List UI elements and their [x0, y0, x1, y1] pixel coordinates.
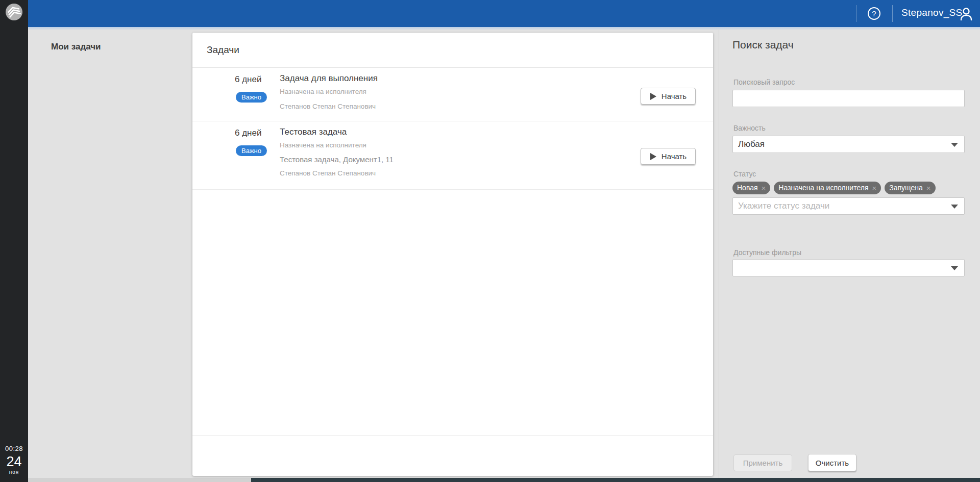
task-status: Назначена на исполнителя [280, 88, 366, 95]
chip-remove-icon[interactable]: × [926, 182, 931, 194]
user-icon[interactable] [960, 7, 973, 21]
filters-select[interactable] [732, 259, 965, 276]
task-title[interactable]: Задача для выполнения [280, 73, 378, 84]
status-chip-label: Запущена [889, 182, 923, 194]
task-status: Назначена на исполнителя [280, 141, 366, 149]
query-label: Поисковый запрос [733, 78, 795, 86]
status-chip-label: Новая [737, 182, 758, 194]
play-icon [650, 93, 656, 100]
importance-badge: Важно [236, 145, 267, 156]
panel-divider [719, 30, 719, 478]
horizontal-scrollbar-thumb[interactable] [28, 478, 251, 482]
sidebar-item-my-tasks[interactable]: Мои задачи [51, 42, 101, 52]
chevron-down-icon[interactable] [951, 266, 958, 270]
status-chip[interactable]: Назначена на исполнителя × [774, 182, 881, 194]
start-button-label: Начать [662, 152, 687, 161]
app-rail: 00:28 24 ноя [0, 0, 28, 482]
app-logo-icon[interactable] [5, 3, 23, 21]
rail-clock: 00:28 24 ноя [0, 445, 28, 475]
status-chip[interactable]: Запущена × [885, 182, 935, 194]
task-author: Степанов Степан Степанович [280, 169, 376, 177]
clock-time: 00:28 [0, 445, 28, 452]
task-deadline: 6 дней [235, 128, 261, 138]
status-select-input[interactable] [732, 197, 965, 215]
task-list-title: Задачи [207, 44, 239, 56]
task-row[interactable]: 6 дней Важно Тестовая задача Назначена н… [192, 121, 713, 190]
top-bar-shadow [28, 27, 980, 30]
clear-button[interactable]: Очистить [808, 454, 856, 471]
apply-button[interactable]: Применить [733, 454, 792, 471]
task-row[interactable]: 6 дней Важно Задача для выполнения Назна… [192, 68, 713, 121]
help-icon[interactable]: ? [867, 7, 881, 20]
play-icon [650, 153, 656, 160]
search-panel-title: Поиск задач [732, 39, 794, 51]
task-list-header: Задачи [192, 33, 713, 68]
task-attachments[interactable]: Тестовая задача, Документ1, 11 [280, 155, 394, 164]
chip-remove-icon[interactable]: × [762, 182, 766, 194]
status-label: Статус [733, 170, 756, 178]
importance-badge: Важно [236, 92, 267, 103]
task-deadline: 6 дней [235, 74, 261, 85]
chip-remove-icon[interactable]: × [872, 182, 877, 194]
status-chip[interactable]: Новая × [732, 182, 770, 194]
start-task-button[interactable]: Начать [641, 148, 696, 165]
importance-select[interactable]: Любая [732, 136, 965, 153]
topbar-divider [856, 5, 856, 22]
chevron-down-icon[interactable] [951, 205, 958, 209]
filters-label: Доступные фильтры [733, 248, 801, 257]
importance-label: Важность [733, 124, 766, 132]
status-chips: Новая × Назначена на исполнителя × Запущ… [732, 182, 967, 194]
start-button-label: Начать [662, 92, 687, 100]
clock-day: 24 [0, 454, 28, 469]
task-list-card: Задачи 6 дней Важно Задача для выполнени… [192, 33, 713, 476]
chevron-down-icon[interactable] [951, 143, 958, 147]
clock-month: ноя [0, 469, 28, 475]
start-task-button[interactable]: Начать [641, 88, 696, 105]
list-footer-divider [192, 435, 713, 436]
topbar-divider [892, 5, 893, 22]
svg-text:?: ? [872, 9, 876, 18]
status-chip-label: Назначена на исполнителя [778, 182, 868, 194]
task-title[interactable]: Тестовая задача [280, 127, 347, 137]
top-bar [28, 0, 980, 27]
task-author: Степанов Степан Степанович [280, 103, 376, 110]
search-query-input[interactable] [732, 90, 965, 107]
current-user-button[interactable]: Stepanov_SS [901, 7, 963, 18]
